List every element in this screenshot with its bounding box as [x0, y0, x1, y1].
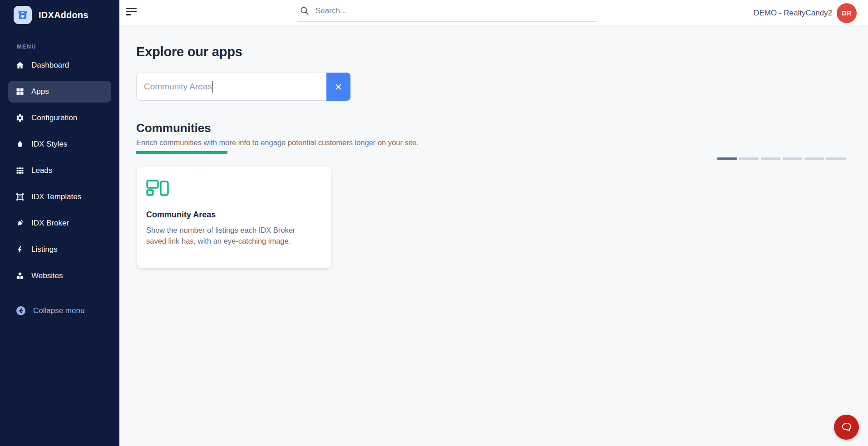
- pagination-dash[interactable]: [804, 157, 824, 160]
- collapse-menu-button[interactable]: Collapse menu: [8, 300, 111, 322]
- section-accent-bar: [136, 151, 227, 154]
- arrow-left-circle-icon: [15, 305, 26, 316]
- brand-logo[interactable]: IDXAddons: [14, 6, 89, 24]
- sidebar-item-leads[interactable]: Leads: [8, 160, 111, 181]
- apps-grid-icon: [15, 87, 25, 96]
- card-title: Community Areas: [146, 210, 321, 220]
- pagination-dash[interactable]: [717, 157, 737, 160]
- sidebar-item-listings[interactable]: Listings: [8, 239, 111, 260]
- plug-icon: [15, 219, 25, 228]
- gear-icon: [15, 113, 25, 123]
- pagination-dash[interactable]: [739, 157, 759, 160]
- sidebar: IDXAddons MENU Dashboard Apps: [0, 0, 119, 446]
- chat-bubble-icon: [840, 421, 853, 434]
- card-description: Show the number of listings each IDX Bro…: [146, 225, 314, 247]
- cubes-icon: [15, 271, 25, 280]
- home-icon: [15, 61, 25, 70]
- sidebar-item-apps[interactable]: Apps: [8, 81, 111, 103]
- object-frame-icon: [15, 192, 25, 201]
- menu-section-label: MENU: [17, 44, 36, 50]
- table-cells-icon: [15, 166, 25, 175]
- apps-filter-value: Community Areas: [144, 82, 212, 92]
- brand-name: IDXAddons: [39, 10, 89, 20]
- chat-fab-button[interactable]: [834, 415, 859, 440]
- package-heart-icon: [14, 6, 32, 24]
- search-icon: [300, 6, 310, 16]
- sidebar-item-dashboard[interactable]: Dashboard: [8, 54, 111, 76]
- avatar[interactable]: DR: [837, 3, 857, 23]
- section-description: Enrich communities with more info to eng…: [136, 138, 419, 147]
- app-card-community-areas[interactable]: Community Areas Show the number of listi…: [137, 167, 331, 268]
- sidebar-nav: Dashboard Apps Configuration: [0, 54, 119, 291]
- x-icon: [334, 83, 343, 91]
- account-name[interactable]: DEMO - RealtyCandy2: [754, 9, 832, 18]
- account-area: DEMO - RealtyCandy2 DR: [754, 0, 857, 26]
- layout-blocks-icon: [146, 178, 170, 197]
- pagination-dash[interactable]: [783, 157, 802, 160]
- apps-filter-group: Community Areas: [136, 73, 350, 101]
- carousel-pagination: [717, 157, 846, 160]
- pagination-dash[interactable]: [826, 157, 846, 160]
- search-input[interactable]: [316, 6, 597, 15]
- pagination-dash[interactable]: [761, 157, 780, 160]
- sidebar-item-idx-styles[interactable]: IDX Styles: [8, 133, 111, 155]
- page: IDXAddons MENU Dashboard Apps: [0, 0, 868, 446]
- hamburger-menu-button[interactable]: [126, 8, 137, 18]
- apps-filter-input[interactable]: Community Areas: [136, 73, 326, 101]
- topbar: DEMO - RealtyCandy2 DR: [119, 0, 868, 26]
- clear-filter-button[interactable]: [326, 73, 350, 101]
- sidebar-item-idx-broker[interactable]: IDX Broker: [8, 212, 111, 234]
- sidebar-item-websites[interactable]: Websites: [8, 265, 111, 287]
- global-search: [297, 0, 597, 22]
- text-caret: [212, 81, 213, 93]
- droplet-icon: [15, 140, 25, 149]
- bolt-icon: [15, 245, 25, 254]
- page-title: Explore our apps: [136, 44, 242, 59]
- main-content: Explore our apps Community Areas Communi…: [119, 26, 868, 446]
- sidebar-item-configuration[interactable]: Configuration: [8, 107, 111, 129]
- section-title: Communities: [136, 121, 211, 135]
- sidebar-item-idx-templates[interactable]: IDX Templates: [8, 186, 111, 208]
